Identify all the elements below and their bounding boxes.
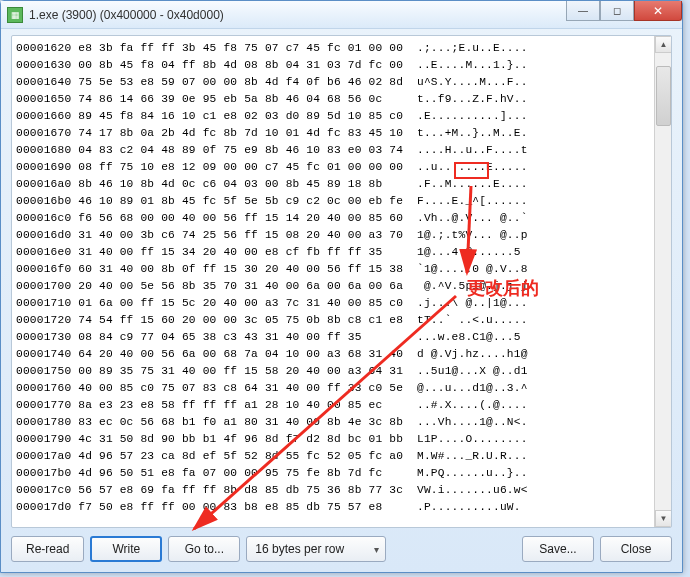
window-title: 1.exe (3900) (0x400000 - 0x40d000) xyxy=(29,8,224,22)
vertical-scrollbar[interactable]: ▲ ▼ xyxy=(654,36,671,527)
scroll-up-button[interactable]: ▲ xyxy=(655,36,672,53)
close-button[interactable]: Close xyxy=(600,536,672,562)
scroll-down-button[interactable]: ▼ xyxy=(655,510,672,527)
app-icon: ▦ xyxy=(7,7,23,23)
scroll-thumb[interactable] xyxy=(656,66,671,126)
window: ▦ 1.exe (3900) (0x400000 - 0x40d000) — ◻… xyxy=(0,0,683,573)
bytes-per-row-select[interactable]: 16 bytes per row xyxy=(246,536,386,562)
titlebar: ▦ 1.exe (3900) (0x400000 - 0x40d000) — ◻… xyxy=(1,1,682,29)
hex-viewer: 00001620 e8 3b fa ff ff 3b 45 f8 75 07 c… xyxy=(11,35,672,528)
close-window-button[interactable]: ✕ xyxy=(634,1,682,21)
minimize-button[interactable]: — xyxy=(566,1,600,21)
write-button[interactable]: Write xyxy=(90,536,162,562)
reread-button[interactable]: Re-read xyxy=(11,536,84,562)
toolbar: Re-read Write Go to... 16 bytes per row … xyxy=(11,534,672,564)
save-button[interactable]: Save... xyxy=(522,536,594,562)
window-controls: — ◻ ✕ xyxy=(566,1,682,21)
hex-dump[interactable]: 00001620 e8 3b fa ff ff 3b 45 f8 75 07 c… xyxy=(12,36,671,520)
maximize-button[interactable]: ◻ xyxy=(600,1,634,21)
goto-button[interactable]: Go to... xyxy=(168,536,240,562)
